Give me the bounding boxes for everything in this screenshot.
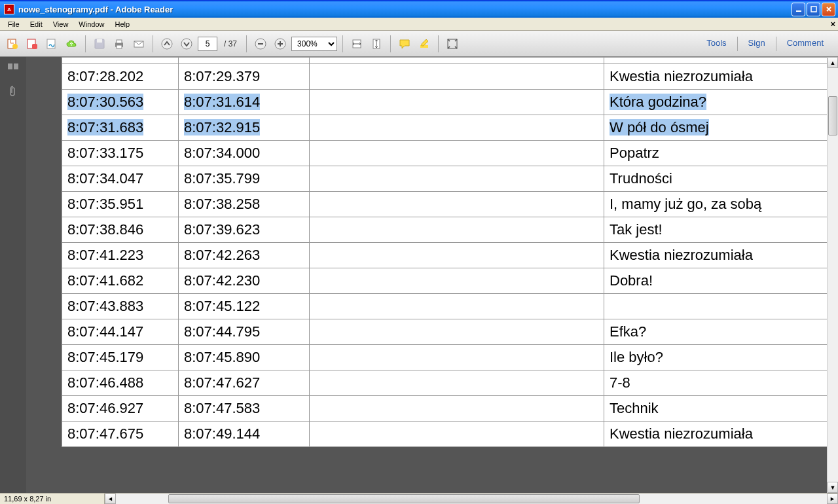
table-cell[interactable] (310, 192, 604, 217)
table-cell[interactable]: 7-8 (604, 370, 828, 396)
table-cell[interactable] (310, 345, 604, 370)
table-cell[interactable]: 8:07:49.144 (179, 422, 310, 447)
table-cell[interactable]: 8:07:45.179 (62, 345, 179, 370)
vertical-scroll-thumb[interactable] (828, 96, 837, 135)
table-cell[interactable]: 8:07:34.047 (62, 166, 179, 192)
table-cell[interactable] (310, 268, 604, 294)
create-pdf-icon[interactable] (24, 35, 41, 52)
table-cell[interactable] (310, 294, 604, 319)
table-cell[interactable] (310, 422, 604, 447)
table-cell[interactable]: Która godzina? (604, 90, 828, 115)
table-cell[interactable]: Kwestia niezrozumiała (604, 422, 828, 447)
table-cell[interactable]: 8:07:38.846 (62, 217, 179, 243)
table-cell[interactable]: Dobra! (604, 268, 828, 294)
table-cell[interactable]: Popatrz (604, 141, 828, 166)
table-cell[interactable]: 8:07:44.795 (179, 319, 310, 345)
table-cell[interactable]: 8:07:31.614 (179, 90, 310, 115)
table-cell[interactable]: 8:07:39.623 (179, 217, 310, 243)
table-cell[interactable]: Technik (604, 396, 828, 422)
horizontal-scroll-track[interactable] (116, 494, 827, 504)
table-cell[interactable]: 8:07:46.927 (62, 396, 179, 422)
read-mode-icon[interactable] (444, 35, 461, 52)
zoom-out-icon[interactable] (252, 35, 269, 52)
table-cell[interactable]: 8:07:30.563 (62, 90, 179, 115)
tools-button[interactable]: Tools (699, 35, 734, 52)
table-cell[interactable] (310, 115, 604, 141)
table-cell[interactable]: 8:07:44.147 (62, 319, 179, 345)
document-scroll[interactable]: 8:07:28.2028:07:29.379Kwestia niezrozumi… (26, 57, 838, 493)
table-cell[interactable] (310, 64, 604, 90)
horizontal-scrollbar[interactable]: ◄ ► (105, 494, 838, 504)
table-cell[interactable] (310, 396, 604, 422)
table-cell[interactable] (604, 294, 828, 319)
minimize-button[interactable] (792, 3, 805, 16)
table-cell[interactable]: 8:07:35.799 (179, 166, 310, 192)
table-cell[interactable]: 8:07:46.488 (62, 370, 179, 396)
menu-help[interactable]: Help (109, 19, 135, 29)
page-up-icon[interactable] (158, 35, 175, 52)
export-pdf-icon[interactable] (4, 35, 21, 52)
table-cell[interactable]: Kwestia niezrozumiała (604, 64, 828, 90)
cloud-icon[interactable] (63, 35, 80, 52)
attachments-icon[interactable] (7, 84, 20, 98)
table-cell[interactable]: 8:07:31.683 (62, 115, 179, 141)
table-cell[interactable] (310, 217, 604, 243)
menu-window[interactable]: Window (73, 19, 109, 29)
menubar-close-button[interactable]: × (830, 19, 835, 29)
table-cell[interactable] (310, 90, 604, 115)
table-cell[interactable]: 8:07:34.000 (179, 141, 310, 166)
page-down-icon[interactable] (178, 35, 195, 52)
table-cell[interactable]: 8:07:43.883 (62, 294, 179, 319)
zoom-in-icon[interactable] (272, 35, 289, 52)
scroll-up-button[interactable]: ▲ (828, 57, 838, 68)
maximize-button[interactable] (807, 3, 820, 16)
sign-pdf-icon[interactable] (43, 35, 60, 52)
table-cell[interactable]: 8:07:33.175 (62, 141, 179, 166)
zoom-select[interactable]: 300% (291, 37, 337, 51)
menu-view[interactable]: View (48, 19, 74, 29)
vertical-scrollbar[interactable]: ▲ ▼ (827, 57, 838, 493)
table-cell[interactable]: Efka? (604, 319, 828, 345)
table-cell[interactable]: 8:07:47.583 (179, 396, 310, 422)
table-cell[interactable]: 8:07:41.682 (62, 268, 179, 294)
table-cell[interactable] (310, 243, 604, 268)
page-number-input[interactable] (198, 37, 217, 51)
comment-bubble-icon[interactable] (396, 35, 413, 52)
table-cell[interactable]: 8:07:45.122 (179, 294, 310, 319)
email-icon[interactable] (130, 35, 147, 52)
table-cell[interactable] (310, 141, 604, 166)
menu-file[interactable]: File (3, 19, 25, 29)
table-cell[interactable]: 8:07:35.951 (62, 192, 179, 217)
print-icon[interactable] (111, 35, 128, 52)
horizontal-scroll-thumb[interactable] (168, 494, 640, 503)
sign-button[interactable]: Sign (740, 35, 773, 52)
table-cell[interactable]: Ile było? (604, 345, 828, 370)
thumbnails-icon[interactable] (7, 62, 20, 75)
fit-page-icon[interactable] (368, 35, 385, 52)
close-button[interactable] (822, 3, 835, 16)
comment-button[interactable]: Comment (779, 35, 831, 52)
table-cell[interactable]: 8:07:29.379 (179, 64, 310, 90)
table-cell[interactable]: W pół do ósmej (604, 115, 828, 141)
table-cell[interactable]: 8:07:28.202 (62, 64, 179, 90)
scroll-down-button[interactable]: ▼ (828, 482, 838, 493)
save-icon[interactable] (91, 35, 108, 52)
fit-width-icon[interactable] (348, 35, 365, 52)
table-cell[interactable]: 8:07:42.230 (179, 268, 310, 294)
table-cell[interactable]: Trudności (604, 166, 828, 192)
table-cell[interactable]: 8:07:47.627 (179, 370, 310, 396)
table-cell[interactable] (310, 319, 604, 345)
scroll-right-button[interactable]: ► (827, 494, 838, 504)
table-cell[interactable]: 8:07:42.263 (179, 243, 310, 268)
table-cell[interactable]: I, mamy już go, za sobą (604, 192, 828, 217)
table-cell[interactable]: 8:07:32.915 (179, 115, 310, 141)
table-cell[interactable]: 8:07:47.675 (62, 422, 179, 447)
table-cell[interactable] (310, 370, 604, 396)
table-cell[interactable]: Kwestia niezrozumiała (604, 243, 828, 268)
table-cell[interactable]: 8:07:41.223 (62, 243, 179, 268)
table-cell[interactable] (310, 166, 604, 192)
table-cell[interactable]: Tak jest! (604, 217, 828, 243)
menu-edit[interactable]: Edit (25, 19, 48, 29)
table-cell[interactable]: 8:07:38.258 (179, 192, 310, 217)
table-cell[interactable]: 8:07:45.890 (179, 345, 310, 370)
